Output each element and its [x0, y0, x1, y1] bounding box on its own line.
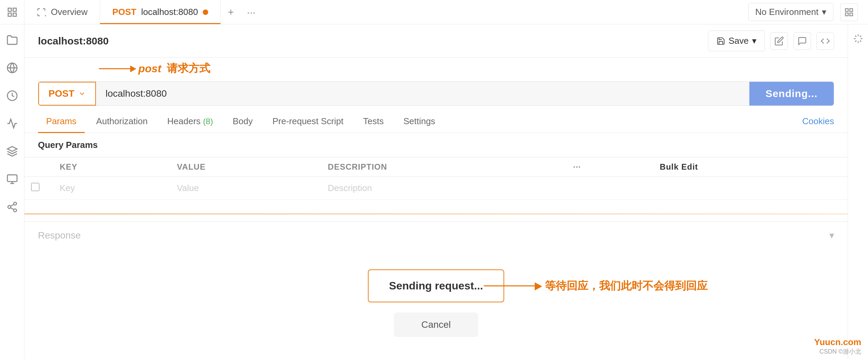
url-bar: POST Sending...	[38, 81, 834, 106]
right-sidebar	[848, 24, 868, 359]
svg-rect-4	[846, 8, 848, 11]
sidebar-nav-history[interactable]	[3, 87, 21, 105]
tab-post-method: POST	[112, 7, 136, 17]
request-title: localhost:8080	[38, 35, 108, 47]
tab-headers[interactable]: Headers (8)	[159, 110, 221, 133]
annotation-row: post 请求方式	[24, 58, 848, 81]
edit-icon-btn[interactable]	[770, 32, 788, 50]
method-selector[interactable]: POST	[38, 82, 96, 106]
sending-overlay: Sending request... 等待回应，我们此时不会得到回应 Cance…	[24, 249, 848, 357]
overview-label: Overview	[51, 7, 87, 17]
params-table: KEY VALUE DESCRIPTION ··· Bulk Edit	[24, 157, 848, 200]
main-layout: localhost:8080 Save ▾	[0, 24, 868, 359]
tab-post-url: localhost:8080	[141, 7, 198, 17]
new-tab-button[interactable]: +	[221, 0, 241, 24]
tab-params[interactable]: Params	[38, 110, 85, 133]
svg-point-14	[14, 202, 17, 205]
row-checkbox[interactable]	[24, 177, 46, 200]
annotation-method: post	[138, 62, 161, 75]
sidebar-nav-apis[interactable]	[3, 59, 21, 77]
annotation-cn: 请求方式	[167, 61, 210, 76]
checkbox-col-header	[24, 157, 46, 177]
response-chevron[interactable]: ▾	[829, 230, 834, 241]
cookies-button[interactable]: Cookies	[802, 116, 834, 127]
svg-line-26	[860, 36, 861, 37]
svg-point-16	[14, 209, 17, 212]
profile-icon-btn[interactable]	[840, 3, 858, 21]
tab-post-request[interactable]: POST localhost:8080	[100, 0, 220, 24]
top-bar: Overview POST localhost:8080 + ··· No En…	[0, 0, 868, 24]
tab-tests[interactable]: Tests	[355, 110, 392, 133]
right-sidebar-lightbulb[interactable]	[851, 31, 866, 46]
annotation-arrow: post 请求方式	[99, 61, 210, 76]
tab-pre-request-script[interactable]: Pre-request Script	[264, 110, 352, 133]
more-tabs-button[interactable]: ···	[241, 0, 261, 24]
tabs-row: Params Authorization Headers (8) Body Pr…	[24, 110, 848, 133]
sending-annotation-text: 等待回应，我们此时不会得到回应	[545, 279, 708, 294]
tab-unsaved-dot	[203, 10, 208, 15]
url-input[interactable]	[96, 88, 749, 99]
row-value-input[interactable]: Value	[163, 177, 314, 200]
comment-icon-btn[interactable]	[793, 32, 811, 50]
query-params-section-title: Query Params	[24, 133, 848, 157]
sidebar-toggle[interactable]	[0, 0, 24, 24]
top-bar-right: No Environment ▾	[748, 3, 868, 21]
response-label: Response	[38, 230, 81, 241]
tab-body[interactable]: Body	[224, 110, 261, 133]
svg-line-22	[860, 40, 861, 42]
tab-settings[interactable]: Settings	[395, 110, 443, 133]
sending-arrow-line	[484, 285, 538, 286]
cancel-button[interactable]: Cancel	[394, 313, 478, 337]
sending-annotation: 等待回应，我们此时不会得到回应	[484, 279, 708, 294]
svg-rect-3	[13, 13, 16, 16]
method-label: POST	[48, 88, 74, 99]
request-response-divider	[24, 213, 848, 214]
svg-rect-5	[850, 8, 852, 11]
left-sidebar	[0, 24, 24, 359]
svg-line-25	[855, 40, 856, 42]
description-col-header: DESCRIPTION	[314, 157, 559, 177]
row-description-input[interactable]: Description	[314, 177, 559, 200]
environment-selector[interactable]: No Environment ▾	[748, 3, 833, 21]
content-area: localhost:8080 Save ▾	[24, 24, 848, 359]
sidebar-nav-flow[interactable]	[3, 198, 21, 216]
svg-line-21	[855, 36, 856, 37]
key-col-header: KEY	[46, 157, 163, 177]
sidebar-nav-collections[interactable]	[3, 31, 21, 49]
save-button[interactable]: Save ▾	[708, 31, 765, 51]
svg-rect-0	[8, 8, 11, 11]
sidebar-nav-monitor[interactable]	[3, 170, 21, 188]
request-header-row: localhost:8080 Save ▾	[24, 24, 848, 58]
svg-rect-11	[7, 175, 17, 182]
tab-overview[interactable]: Overview	[24, 0, 100, 24]
value-col-header: VALUE	[163, 157, 314, 177]
request-header-actions: Save ▾	[708, 31, 834, 51]
response-section: Response ▾	[24, 221, 848, 249]
code-icon-btn[interactable]	[816, 32, 834, 50]
row-key-input[interactable]: Key	[46, 177, 163, 200]
svg-rect-6	[846, 13, 848, 16]
more-col-header: ···	[559, 157, 646, 177]
svg-rect-2	[8, 13, 11, 16]
svg-point-15	[8, 206, 11, 209]
svg-line-18	[11, 204, 14, 206]
svg-rect-1	[13, 8, 16, 11]
tab-authorization[interactable]: Authorization	[88, 110, 156, 133]
sidebar-nav-mock[interactable]	[3, 143, 21, 160]
send-button[interactable]: Sending...	[749, 82, 834, 106]
svg-line-17	[11, 208, 14, 210]
table-row: Key Value Description	[24, 177, 848, 200]
bulk-edit-button[interactable]: Bulk Edit	[646, 157, 848, 177]
svg-rect-7	[850, 13, 852, 16]
watermark: Yuucn.com CSDN ©游小北	[814, 337, 861, 356]
arrow-line	[99, 68, 133, 69]
sidebar-nav-environments[interactable]	[3, 115, 21, 132]
